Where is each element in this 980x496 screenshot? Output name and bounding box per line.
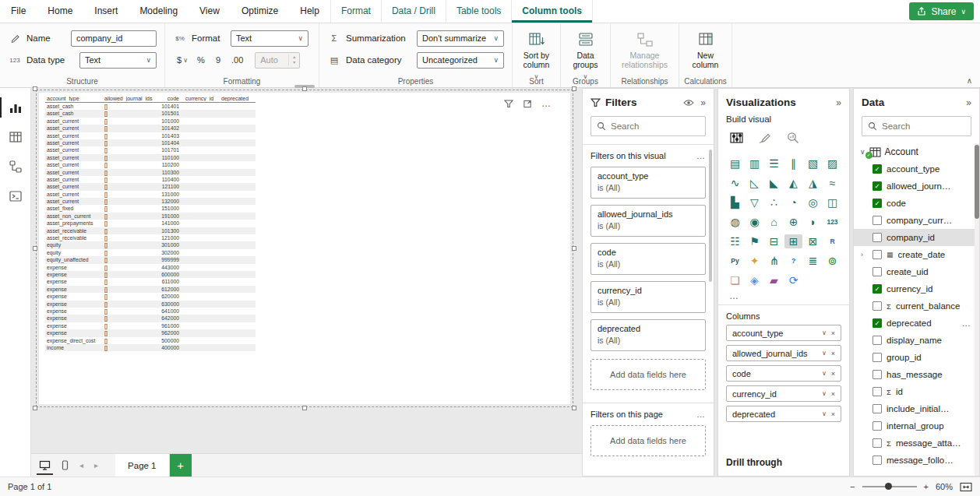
thousands-separator-button[interactable]: 9 <box>210 52 226 69</box>
table-visual[interactable]: … account_type allowed_journal_ids code … <box>39 93 570 404</box>
filters-scrollbar[interactable] <box>709 150 712 282</box>
message_atta…[interactable]: › ✓ Σ ▦ message_atta… … <box>854 434 979 452</box>
currency_id[interactable]: currency_id ∨ × <box>726 385 841 402</box>
format-visual-tab[interactable] <box>758 128 772 147</box>
collapse-pane-icon[interactable]: » <box>836 97 841 108</box>
menu-item[interactable]: Modeling <box>129 0 189 23</box>
format-dropdown[interactable]: Text∨ <box>231 30 308 47</box>
analytics-tab[interactable] <box>786 128 800 147</box>
sort-by-column-button[interactable]: Sort by column <box>520 29 552 84</box>
multi-row-card[interactable]: ☷ <box>726 234 744 248</box>
zoom-in-button[interactable]: + <box>924 482 929 491</box>
decomposition-tree[interactable]: ⋔ <box>765 254 783 268</box>
more-options-icon[interactable]: … <box>541 98 552 109</box>
desktop-layout-button[interactable] <box>39 454 51 477</box>
resize-handle[interactable] <box>33 406 37 410</box>
ribbon-chart[interactable]: ≈ <box>823 176 841 190</box>
dax-query-view-button[interactable] <box>0 181 30 211</box>
menu-item[interactable]: View <box>189 0 231 23</box>
company_id[interactable]: › ✓ Σ ▦ company_id … <box>854 229 979 246</box>
power-automate[interactable]: ⟳ <box>784 273 802 287</box>
matrix[interactable]: ⊠ <box>804 234 822 248</box>
menu-item[interactable]: Optimize <box>231 0 289 23</box>
data-category-dropdown[interactable]: Uncategorized∨ <box>417 52 504 69</box>
pie-chart[interactable]: ◔ <box>784 195 802 209</box>
resize-handle[interactable] <box>302 406 307 410</box>
field-checkbox[interactable]: ✓ <box>872 370 882 379</box>
resize-handle[interactable] <box>572 86 576 91</box>
zoom-slider[interactable] <box>862 486 917 487</box>
has_message[interactable]: › ✓ Σ ▦ has_message … <box>854 366 979 383</box>
section-more-options[interactable]: … <box>696 410 706 419</box>
treemap[interactable]: ◫ <box>823 195 841 209</box>
report-view-button[interactable] <box>0 93 30 122</box>
create_uid[interactable]: › ✓ Σ ▦ create_uid … <box>854 263 979 280</box>
Table tools[interactable]: Table tools <box>446 0 512 23</box>
gauge[interactable]: ◗ <box>804 215 822 229</box>
report-canvas[interactable]: … account_type allowed_journal_ids code … <box>31 88 582 477</box>
python-visual[interactable]: Py <box>726 254 744 268</box>
menu-item[interactable]: Insert <box>83 0 129 23</box>
expand-hierarchy-chevron[interactable]: › <box>861 251 863 259</box>
focus-mode-icon[interactable] <box>523 100 532 108</box>
account_type[interactable]: account_type ∨ × <box>726 325 841 341</box>
collapse-pane-icon[interactable]: » <box>700 97 706 108</box>
resize-handle[interactable] <box>33 246 37 251</box>
company_curr…[interactable]: › ✓ Σ ▦ company_curr… … <box>854 212 979 229</box>
code[interactable]: › ✓ Σ ▦ code … <box>854 195 979 212</box>
internal_group[interactable]: › ✓ Σ ▦ internal_group … <box>854 417 979 434</box>
field-checkbox[interactable]: ✓ <box>872 421 882 431</box>
code[interactable]: code ∨ × <box>726 365 841 382</box>
chevron-down-icon[interactable]: ∨ <box>822 390 827 397</box>
create_date[interactable]: › ✓ Σ ▦ create_date … <box>854 246 979 263</box>
qna[interactable]: ? <box>784 254 802 268</box>
account_type[interactable]: › ✓ Σ ▦ account_type … <box>854 160 979 178</box>
smart-narrative[interactable]: ≣ <box>804 254 822 268</box>
chevron-down-icon[interactable]: ∨ <box>822 370 827 377</box>
field-checkbox[interactable]: ✓ <box>872 387 882 396</box>
zoom-out-button[interactable]: − <box>850 482 855 491</box>
data-groups-button[interactable]: Data groups <box>569 29 602 84</box>
collapse-ribbon-chevron[interactable]: ∧ <box>967 76 972 85</box>
column-name-input[interactable] <box>71 30 157 47</box>
field-checkbox[interactable]: ✓ <box>872 216 882 225</box>
next-page-arrow[interactable]: ▸ <box>94 461 98 470</box>
deprecated[interactable]: › ✓ Σ ▦ deprecated … <box>854 315 979 332</box>
Column tools[interactable]: Column tools <box>512 0 593 23</box>
model-view-button[interactable] <box>0 152 30 181</box>
spinner-arrows[interactable]: ▴▾ <box>288 55 299 65</box>
line-chart[interactable]: ∿ <box>726 176 744 190</box>
clustered-bar-chart[interactable]: ☰ <box>765 157 783 171</box>
group_id[interactable]: › ✓ Σ ▦ group_id … <box>854 349 979 366</box>
add-data-fields-dropzone[interactable]: Add data fields here <box>590 425 706 456</box>
stacked-area-chart[interactable]: ◣ <box>765 176 783 190</box>
current_balance[interactable]: › ✓ Σ ▦ current_balance … <box>854 297 979 315</box>
percent-format-button[interactable]: % <box>193 52 209 69</box>
key-influencers[interactable]: ✦ <box>746 254 763 268</box>
menu-item[interactable]: Home <box>37 0 83 23</box>
field-checkbox[interactable]: ✓ <box>872 438 882 448</box>
card[interactable]: 123 <box>823 215 841 229</box>
eye-icon[interactable] <box>683 99 694 107</box>
add-data-fields-dropzone[interactable]: Add data fields here <box>590 359 706 390</box>
remove-field-icon[interactable]: × <box>831 329 835 337</box>
new-column-button[interactable]: New column <box>687 29 724 72</box>
mobile-layout-button[interactable] <box>62 454 69 477</box>
field-checkbox[interactable]: ✓ <box>872 181 882 191</box>
resize-handle[interactable] <box>33 86 37 91</box>
field-checkbox[interactable]: ✓ <box>872 233 882 242</box>
resize-handle[interactable] <box>302 86 307 91</box>
paginated-report[interactable]: ❏ <box>726 273 744 287</box>
page-tab[interactable]: Page 1 <box>115 454 169 477</box>
Data / Drill[interactable]: Data / Drill <box>382 0 446 23</box>
account_type[interactable]: account_type is (All) <box>590 167 706 199</box>
currency-format-button[interactable]: $∨ <box>173 52 192 69</box>
include_initial…[interactable]: › ✓ Σ ▦ include_initial… … <box>854 400 979 417</box>
filter-icon[interactable] <box>504 100 513 108</box>
decimal-places-button[interactable]: .00 <box>227 52 247 69</box>
map[interactable]: ◍ <box>726 215 744 229</box>
display_name[interactable]: › ✓ Σ ▦ display_name … <box>854 332 979 349</box>
line-and-clustered-column-chart[interactable]: ◮ <box>804 176 822 190</box>
chevron-down-icon[interactable]: ∨ <box>822 350 827 357</box>
power-apps[interactable]: ▰ <box>765 273 783 287</box>
